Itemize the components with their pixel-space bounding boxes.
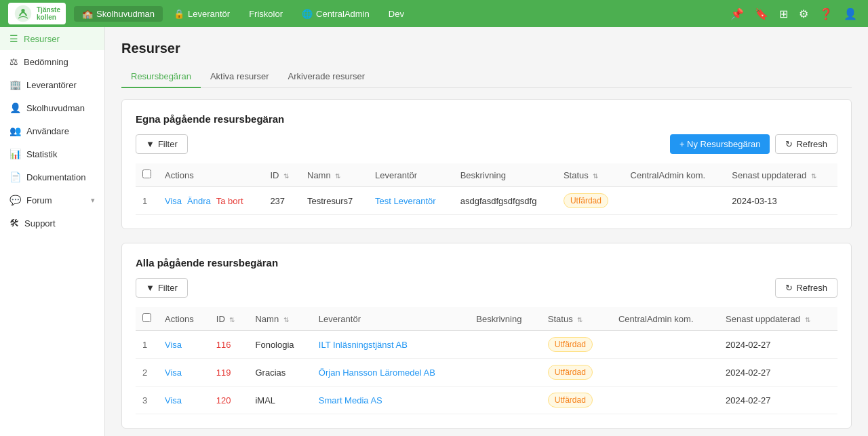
- nav-leverantor[interactable]: 🔒 Leverantör: [165, 6, 238, 22]
- sidebar-item-leverantorer[interactable]: 🏢 Leverantörer: [0, 73, 104, 96]
- alla-col-centraladmin: CentralAdmin kom.: [612, 307, 719, 331]
- grid-icon[interactable]: ⊞: [776, 5, 791, 23]
- supplier-link-2[interactable]: Örjan Hansson Läromedel AB: [319, 368, 435, 378]
- sidebar-item-bedomning[interactable]: ⚖ Bedömning: [0, 50, 104, 73]
- row-beskrivning-cell: [469, 359, 541, 387]
- id-sort-icon[interactable]: ⇅: [283, 172, 289, 180]
- alla-table-header: Actions ID ⇅ Namn ⇅ Leverantör Beskrivni…: [136, 307, 837, 331]
- row-centraladmin-cell: [612, 331, 719, 359]
- alla-col-namn: Namn ⇅: [248, 307, 311, 331]
- status-badge-2: Utfärdad: [548, 365, 593, 380]
- row-num-cell: 1: [136, 331, 158, 359]
- egna-table: Actions ID ⇅ Namn ⇅ Leverantör Beskrivni…: [136, 163, 837, 215]
- egna-table-body: 1 Visa Ändra Ta bort 237 Testresurs7: [136, 187, 837, 215]
- ta-bort-link[interactable]: Ta bort: [216, 196, 243, 206]
- page-title: Resurser: [121, 41, 852, 56]
- row-namn-cell: Fonologia: [248, 331, 311, 359]
- supplier-link[interactable]: Test Leverantör: [375, 196, 436, 206]
- row-status-cell: Utfärdad: [541, 331, 612, 359]
- visa-link-1[interactable]: Visa: [165, 340, 182, 350]
- refresh-icon: ↻: [785, 139, 793, 149]
- nav-dev[interactable]: Dev: [380, 6, 412, 22]
- supplier-link-1[interactable]: ILT Inläsningstjänst AB: [319, 340, 408, 350]
- lock-icon: 🔒: [174, 9, 184, 19]
- anvandare-icon: 👥: [9, 125, 21, 136]
- visa-link-2[interactable]: Visa: [165, 368, 182, 378]
- sidebar-item-skolhuvudman[interactable]: 👤 Skolhuvudman: [0, 96, 104, 119]
- row-leverantor-cell: ILT Inläsningstjänst AB: [312, 331, 469, 359]
- visa-link-3[interactable]: Visa: [165, 395, 182, 405]
- nav-friskolor[interactable]: Friskolor: [241, 6, 291, 22]
- row-leverantor-cell: Test Leverantör: [368, 187, 454, 215]
- alla-id-sort-icon[interactable]: ⇅: [229, 316, 235, 323]
- table-row: 2 Visa 119 Gracias Örjan Hansson Läromed…: [136, 359, 837, 387]
- row-actions-cell: Visa: [158, 331, 210, 359]
- user-icon[interactable]: 👤: [841, 5, 860, 23]
- top-navigation: Tjänstekollen 🏫 Skolhuvudman 🔒 Leverantö…: [0, 0, 868, 27]
- row-centraladmin-cell: [624, 187, 726, 215]
- egna-select-all-checkbox[interactable]: [142, 170, 151, 178]
- settings-icon[interactable]: ⚙: [796, 5, 811, 23]
- bedomning-icon: ⚖: [9, 56, 18, 67]
- egna-filter-button[interactable]: ▼ Filter: [136, 134, 188, 154]
- help-icon[interactable]: ❓: [816, 5, 835, 23]
- row-senast-cell: 2024-02-27: [719, 387, 837, 414]
- row-senast-cell: 2024-02-27: [719, 331, 837, 359]
- new-resursbegaran-button[interactable]: + Ny Resursbegäran: [670, 134, 770, 154]
- app-logo[interactable]: Tjänstekollen: [8, 3, 66, 24]
- egna-col-status: Status ⇅: [557, 163, 624, 187]
- alla-col-beskrivning: Beskrivning: [469, 307, 541, 331]
- alla-col-senast: Senast uppdaterad ⇅: [719, 307, 837, 331]
- egna-refresh-button[interactable]: ↻ Refresh: [775, 134, 837, 154]
- egna-toolbar: ▼ Filter + Ny Resursbegäran ↻ Refresh: [136, 134, 837, 154]
- row-centraladmin-cell: [612, 359, 719, 387]
- status-badge: Utfärdad: [564, 193, 608, 208]
- row-num-cell: 3: [136, 387, 158, 414]
- sidebar-item-forum[interactable]: 💬 Forum ▾: [0, 189, 104, 212]
- bookmark-icon[interactable]: 🔖: [752, 5, 771, 23]
- alla-filter-button[interactable]: ▼ Filter: [136, 278, 188, 298]
- sidebar-item-dokumentation[interactable]: 📄 Dokumentation: [0, 165, 104, 189]
- filter-icon-2: ▼: [146, 283, 155, 293]
- tab-aktiva-resurser[interactable]: Aktiva resurser: [201, 66, 279, 88]
- refresh-icon-2: ↻: [785, 283, 793, 293]
- visa-link[interactable]: Visa: [165, 196, 182, 206]
- row-id-cell: 116: [210, 331, 249, 359]
- sidebar-item-support[interactable]: 🛠 Support: [0, 212, 104, 235]
- alla-col-actions: Actions: [158, 307, 210, 331]
- status-sort-icon[interactable]: ⇅: [593, 172, 598, 180]
- status-badge-3: Utfärdad: [548, 393, 593, 408]
- alla-namn-sort-icon[interactable]: ⇅: [283, 316, 289, 323]
- senast-sort-icon[interactable]: ⇅: [811, 172, 816, 180]
- nav-skolhuvudman[interactable]: 🏫 Skolhuvudman: [74, 6, 163, 22]
- sidebar-item-statistik[interactable]: 📊 Statistik: [0, 142, 104, 165]
- filter-icon: ▼: [146, 139, 155, 149]
- svg-point-1: [21, 9, 24, 12]
- alla-senast-sort-icon[interactable]: ⇅: [805, 316, 810, 323]
- logo-text: Tjänstekollen: [37, 6, 60, 21]
- chevron-down-icon: ▾: [91, 196, 95, 205]
- andra-link[interactable]: Ändra: [187, 196, 211, 206]
- tab-resursbegaran[interactable]: Resursbegäran: [121, 66, 201, 88]
- alla-status-sort-icon[interactable]: ⇅: [577, 316, 583, 323]
- alla-col-leverantor: Leverantör: [312, 307, 469, 331]
- alla-section: Alla pågående resursbegäran ▼ Filter ↻ R…: [121, 243, 852, 429]
- nav-centraladmin[interactable]: 🌐 CentralAdmin: [294, 6, 378, 22]
- alla-refresh-button[interactable]: ↻ Refresh: [775, 278, 837, 298]
- sidebar-item-anvandare[interactable]: 👥 Användare: [0, 119, 104, 142]
- row-beskrivning-cell: asdgfasdfgsdfgsdfg: [454, 187, 557, 215]
- alla-select-all-checkbox[interactable]: [142, 313, 151, 322]
- egna-toolbar-right: + Ny Resursbegäran ↻ Refresh: [670, 134, 837, 154]
- egna-col-id: ID ⇅: [263, 163, 300, 187]
- main-layout: ☰ Resurser ⚖ Bedömning 🏢 Leverantörer 👤 …: [0, 27, 868, 436]
- school-icon: 🏫: [82, 9, 93, 19]
- sidebar-item-resurser[interactable]: ☰ Resurser: [0, 27, 104, 50]
- alla-section-title: Alla pågående resursbegäran: [136, 257, 837, 269]
- status-badge-1: Utfärdad: [548, 337, 593, 352]
- top-nav-right: 📌 🔖 ⊞ ⚙ ❓ 👤: [728, 5, 860, 23]
- pin-icon[interactable]: 📌: [728, 5, 747, 23]
- main-content: Resurser Resursbegäran Aktiva resurser A…: [105, 27, 868, 436]
- tab-arkiverade-resurser[interactable]: Arkiverade resurser: [279, 66, 374, 88]
- namn-sort-icon[interactable]: ⇅: [335, 172, 340, 180]
- supplier-link-3[interactable]: Smart Media AS: [319, 395, 382, 405]
